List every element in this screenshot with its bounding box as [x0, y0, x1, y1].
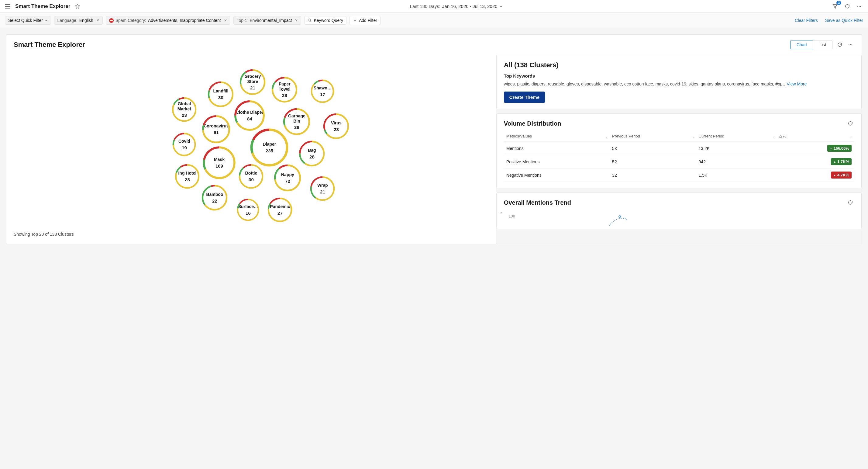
- close-icon[interactable]: ✕: [295, 18, 298, 23]
- prev-value: 52: [610, 155, 696, 169]
- clear-filters-link[interactable]: Clear Filters: [795, 18, 817, 23]
- chevron-down-icon: [499, 5, 503, 8]
- star-icon[interactable]: [74, 3, 81, 10]
- chevron-down-icon: [45, 19, 48, 22]
- cluster-bubble[interactable]: Shawn… 17: [310, 79, 335, 104]
- table-row: Negative Mentions 32 1.5K ▲4.7K%: [504, 169, 854, 182]
- cluster-bubble[interactable]: Landfill 30: [207, 81, 234, 108]
- cluster-bubble[interactable]: Global Market 23: [172, 97, 197, 122]
- table-row: Positive Mentions 52 942 ▲1.7K%: [504, 155, 854, 169]
- plus-icon: ＋: [353, 18, 357, 23]
- volume-distribution-table: Metrics/Values⌄ Previous Period⌄ Current…: [504, 131, 854, 182]
- date-range-label: Last 180 Days:: [410, 4, 440, 9]
- curr-value: 1.5K: [696, 169, 777, 182]
- cluster-bubble[interactable]: Grocery Store 21: [239, 69, 266, 95]
- table-row: Mentions 5K 13.2K ▲166.06%: [504, 142, 854, 155]
- col-prev[interactable]: Previous Period⌄: [610, 131, 696, 142]
- view-toggle: Chart List: [790, 40, 832, 49]
- filter-prefix: Topic:: [237, 18, 248, 23]
- cluster-bubble[interactable]: Nappy 72: [274, 164, 302, 192]
- filter-prefix: Spam Category:: [116, 18, 146, 23]
- prev-value: 32: [610, 169, 696, 182]
- cluster-bubble[interactable]: Pandemic 27: [267, 197, 293, 223]
- quick-filter-select[interactable]: Select Quick Filter: [5, 16, 51, 25]
- cluster-bubble[interactable]: Paper Towel 28: [271, 76, 298, 103]
- add-filter-label: Add Filter: [359, 18, 377, 23]
- curr-value: 942: [696, 155, 777, 169]
- page-title: Smart Theme Explorer: [15, 3, 70, 9]
- view-more-link[interactable]: View More: [787, 82, 807, 86]
- keyword-placeholder: Keyword Query: [314, 18, 343, 23]
- cluster-bubble[interactable]: Garbage Bin 38: [283, 108, 311, 136]
- col-curr[interactable]: Current Period⌄: [696, 131, 777, 142]
- view-chart-button[interactable]: Chart: [790, 40, 813, 49]
- filter-topic[interactable]: Topic: Environmental_Impact ✕: [234, 16, 302, 25]
- filter-bar: Select Quick Filter Language: English ✕ …: [0, 13, 868, 28]
- cluster-bubble-chart[interactable]: Diaper 235 Mask 169 Clothe Diaper 84 Nap…: [135, 58, 367, 228]
- cluster-bubble[interactable]: Coronavirus 61: [202, 115, 231, 144]
- metric-name: Negative Mentions: [504, 169, 610, 182]
- more-icon[interactable]: ⋯: [847, 41, 854, 48]
- cluster-bubble[interactable]: Ihg Hotel 28: [175, 164, 200, 189]
- cluster-bubble[interactable]: Bottle 30: [238, 164, 264, 189]
- delta-badge: ▲4.7K%: [831, 172, 851, 179]
- filter-spam-category[interactable]: Spam Category: Advertisements, Inappropr…: [106, 16, 230, 25]
- col-delta[interactable]: Δ %⌄: [777, 131, 854, 142]
- section-title: Smart Theme Explorer: [14, 41, 85, 49]
- volume-distribution-title: Volume Distribution: [504, 120, 561, 127]
- cluster-bubble[interactable]: Virus 23: [323, 113, 349, 140]
- create-theme-button[interactable]: Create Theme: [504, 92, 545, 103]
- svg-point-63: [619, 216, 621, 217]
- filter-language[interactable]: Language: English ✕: [54, 16, 103, 25]
- col-metrics[interactable]: Metrics/Values⌄: [504, 131, 610, 142]
- filter-value: Environmental_Impact: [250, 18, 292, 23]
- filter-value: Advertisements, Inappropriate Content: [148, 18, 221, 23]
- refresh-icon[interactable]: [844, 3, 851, 10]
- y-axis-label: s: [499, 212, 502, 213]
- delta-badge: ▲1.7K%: [831, 158, 851, 165]
- close-icon[interactable]: ✕: [96, 18, 99, 23]
- metric-name: Positive Mentions: [504, 155, 610, 169]
- refresh-icon[interactable]: [836, 41, 843, 48]
- cluster-bubble[interactable]: Wrap 21: [310, 176, 335, 201]
- metric-name: Mentions: [504, 142, 610, 155]
- keywords-text: wipes, plastic, diapers, reusable, glove…: [504, 81, 854, 87]
- refresh-icon[interactable]: [847, 120, 854, 127]
- cluster-bubble[interactable]: Clothe Diaper 84: [234, 100, 265, 131]
- prev-value: 5K: [610, 142, 696, 155]
- keywords-list: wipes, plastic, diapers, reusable, glove…: [504, 82, 787, 86]
- delta-badge: ▲166.06%: [827, 145, 851, 152]
- cluster-bubble[interactable]: Bamboo 22: [201, 184, 228, 211]
- cluster-bubble[interactable]: Covid 19: [172, 132, 196, 157]
- trend-sparkline: [518, 213, 640, 229]
- filter-prefix: Language:: [57, 18, 78, 23]
- cluster-bubble[interactable]: Surface… 16: [237, 198, 259, 222]
- date-range-selector[interactable]: Last 180 Days: Jan 16, 2020 - Jul 13, 20…: [410, 4, 503, 9]
- exclude-icon: [109, 18, 114, 23]
- cluster-bubble[interactable]: Bag 28: [299, 140, 325, 167]
- filter-value: English: [79, 18, 93, 23]
- filter-funnel-icon[interactable]: 3: [832, 3, 839, 10]
- keyword-query-input[interactable]: Keyword Query: [304, 16, 346, 25]
- top-keywords-label: Top Keywords: [504, 73, 854, 79]
- y-tick: 10K: [509, 214, 515, 218]
- all-clusters-title: All (138 Clusters): [504, 61, 854, 69]
- cluster-bubble[interactable]: Mask 169: [202, 146, 236, 180]
- refresh-icon[interactable]: [847, 199, 854, 206]
- curr-value: 13.2K: [696, 142, 777, 155]
- add-filter-button[interactable]: ＋ Add Filter: [349, 16, 380, 25]
- svg-marker-0: [75, 4, 80, 8]
- overall-mentions-trend-title: Overall Mentions Trend: [504, 199, 571, 206]
- filter-badge: 3: [836, 1, 841, 5]
- svg-point-1: [308, 19, 311, 21]
- view-list-button[interactable]: List: [813, 40, 832, 49]
- quick-filter-label: Select Quick Filter: [8, 18, 43, 23]
- menu-icon[interactable]: [5, 4, 10, 8]
- svg-line-2: [310, 21, 312, 22]
- chart-footnote: Showing Top 20 of 138 Clusters: [14, 232, 489, 237]
- search-icon: [308, 18, 312, 23]
- date-range-value: Jan 16, 2020 - Jul 13, 2020: [442, 4, 498, 9]
- more-icon[interactable]: ⋯: [856, 3, 863, 10]
- save-quick-filter-link[interactable]: Save as Quick Filter: [825, 18, 863, 23]
- close-icon[interactable]: ✕: [224, 18, 227, 23]
